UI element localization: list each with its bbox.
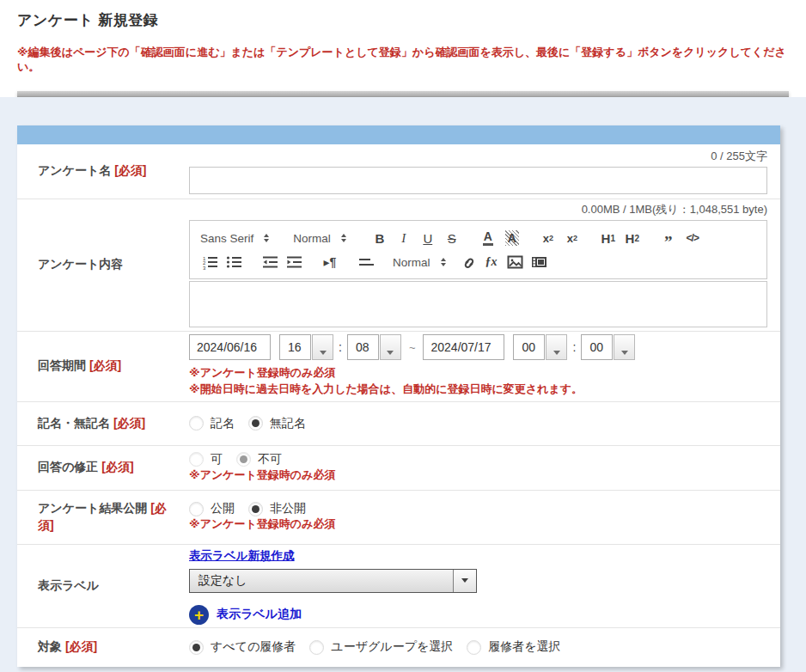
survey-body-label: アンケート内容	[38, 257, 123, 271]
radio-option-select-students[interactable]: 履修者を選択	[467, 639, 560, 655]
end-minute-input[interactable]	[581, 334, 613, 360]
radio-button[interactable]	[189, 452, 204, 467]
row-anonymity: 記名・無記名 [必須] 記名 無記名	[17, 402, 780, 446]
add-display-label-link[interactable]: 表示ラベル追加	[217, 607, 302, 622]
answer-period-label: 回答期間	[38, 358, 86, 372]
row-target: 対象 [必須] すべての履修者 ユーザグループを選択	[17, 628, 780, 667]
video-icon[interactable]	[530, 252, 549, 272]
italic-icon[interactable]: I	[394, 228, 413, 248]
formula-icon[interactable]: ƒx	[482, 252, 501, 272]
start-hour-input[interactable]	[279, 334, 311, 360]
row-answer-edit: 回答の修正 [必須] 可 不可 ※アンケート登録時のみ必須	[17, 446, 780, 491]
radio-option-all-students[interactable]: すべての履修者	[189, 639, 296, 655]
survey-name-char-counter: 0 / 255文字	[189, 149, 767, 164]
updown-arrows-icon	[341, 234, 346, 242]
display-label-label: 表示ラベル	[38, 578, 99, 592]
text-color-icon[interactable]: A	[483, 230, 493, 246]
blockquote-icon[interactable]: ”	[659, 228, 678, 248]
survey-new-registration-page: アンケート 新規登録 ※編集後はページ下の「確認画面に進む」または「テンプレート…	[0, 0, 806, 672]
text-direction-icon[interactable]: ▸¶	[321, 252, 339, 272]
row-result-publish: アンケート結果公開 [必須] 公開 非公開 ※アンケート登録	[17, 491, 780, 545]
rich-text-editor-area[interactable]	[189, 281, 767, 327]
start-minute-input[interactable]	[347, 334, 379, 360]
display-label-select[interactable]: 設定なし	[189, 569, 477, 593]
create-display-label-link[interactable]: 表示ラベル新規作成	[189, 549, 294, 562]
radio-button[interactable]	[189, 416, 204, 431]
underline-icon[interactable]: U	[418, 228, 437, 248]
time-colon: :	[339, 340, 342, 354]
row-survey-body: アンケート内容 0.00MB / 1MB(残り：1,048,551 byte) …	[17, 199, 780, 332]
answer-period-required-badge: [必須]	[89, 358, 121, 372]
header1-icon[interactable]: H1	[599, 228, 618, 248]
bullet-list-icon[interactable]	[224, 252, 243, 272]
start-hour-spinner	[279, 334, 333, 360]
subscript-icon[interactable]: x2	[539, 228, 558, 248]
outdent-icon[interactable]	[260, 252, 279, 272]
strikethrough-icon[interactable]: S	[443, 228, 461, 248]
radio-option-named[interactable]: 記名	[189, 416, 235, 431]
updown-arrows-icon	[264, 234, 269, 242]
result-publish-label: アンケート結果公開	[38, 501, 147, 515]
bold-icon[interactable]: B	[370, 228, 389, 248]
plus-icon[interactable]: +	[189, 605, 209, 625]
header2-icon[interactable]: H2	[623, 228, 642, 248]
radio-option-editable[interactable]: 可	[189, 452, 223, 467]
period-note-2: ※開始日時に過去日時を入力した場合は、自動的に登録日時に変更されます。	[189, 382, 767, 398]
radio-option-public[interactable]: 公開	[189, 501, 235, 516]
end-date-input[interactable]	[423, 334, 504, 360]
radio-option-anonymous[interactable]: 無記名	[248, 416, 306, 431]
chevron-down-icon	[553, 351, 560, 355]
end-hour-input[interactable]	[513, 334, 545, 360]
code-block-icon[interactable]: </>	[683, 228, 702, 248]
edit-warning-note: ※編集後はページ下の「確認画面に進む」または「テンプレートとして登録」から確認画…	[17, 46, 789, 75]
radio-option-user-group[interactable]: ユーザグループを選択	[309, 639, 453, 655]
radio-button[interactable]	[467, 640, 481, 655]
survey-name-label: アンケート名	[38, 163, 111, 177]
start-minute-spinner	[347, 334, 401, 360]
radio-button[interactable]	[189, 502, 204, 516]
page-title: アンケート 新規登録	[17, 10, 789, 30]
target-required-badge: [必須]	[65, 639, 97, 653]
period-note-1: ※アンケート登録時のみ必須	[189, 365, 767, 382]
line-style-select[interactable]: Normal	[393, 256, 446, 269]
time-colon: :	[572, 340, 576, 354]
answer-edit-note: ※アンケート登録時のみ必須	[189, 467, 767, 484]
start-hour-dropdown-button[interactable]	[312, 334, 333, 360]
answer-edit-required-badge: [必須]	[101, 460, 133, 473]
heading-select[interactable]: Normal	[293, 232, 346, 245]
display-label-select-value: 設定なし	[190, 573, 453, 589]
survey-body-size-counter: 0.00MB / 1MB(残り：1,048,551 byte)	[189, 202, 767, 217]
radio-button[interactable]	[248, 416, 263, 431]
header-divider	[17, 91, 789, 97]
display-label-select-button[interactable]	[453, 570, 476, 592]
chevron-down-icon	[387, 351, 394, 355]
survey-name-input[interactable]	[189, 167, 767, 194]
end-minute-spinner	[581, 334, 635, 360]
image-icon[interactable]	[506, 252, 525, 272]
updown-arrows-icon	[441, 258, 446, 266]
link-icon[interactable]	[458, 252, 477, 272]
end-hour-dropdown-button[interactable]	[546, 334, 567, 360]
radio-option-private[interactable]: 非公開	[248, 501, 306, 516]
start-minute-dropdown-button[interactable]	[380, 334, 401, 360]
row-survey-name: アンケート名 [必須] 0 / 255文字	[17, 144, 780, 199]
radio-option-not-editable[interactable]: 不可	[236, 452, 282, 467]
radio-button[interactable]	[248, 502, 263, 516]
align-icon[interactable]	[357, 252, 376, 272]
start-date-input[interactable]	[189, 334, 271, 360]
chevron-down-icon	[461, 578, 468, 583]
ordered-list-icon[interactable]: 123	[200, 252, 219, 272]
radio-button[interactable]	[309, 640, 324, 655]
indent-icon[interactable]	[284, 252, 303, 272]
background-color-icon[interactable]: A	[505, 230, 519, 246]
end-hour-spinner	[513, 334, 567, 360]
superscript-icon[interactable]: x2	[563, 228, 582, 248]
end-minute-dropdown-button[interactable]	[614, 334, 635, 360]
rich-text-toolbar: Sans Serif Normal B I U	[189, 220, 767, 279]
row-display-label: 表示ラベル 表示ラベル新規作成 設定なし + 表示ラベル追加	[17, 545, 780, 628]
font-family-select[interactable]: Sans Serif	[200, 232, 269, 245]
chevron-down-icon	[621, 351, 628, 355]
radio-button[interactable]	[189, 640, 204, 655]
radio-button[interactable]	[236, 452, 251, 467]
survey-form-panel: アンケート名 [必須] 0 / 255文字 アンケート内容 0.00MB / 1…	[17, 125, 780, 667]
